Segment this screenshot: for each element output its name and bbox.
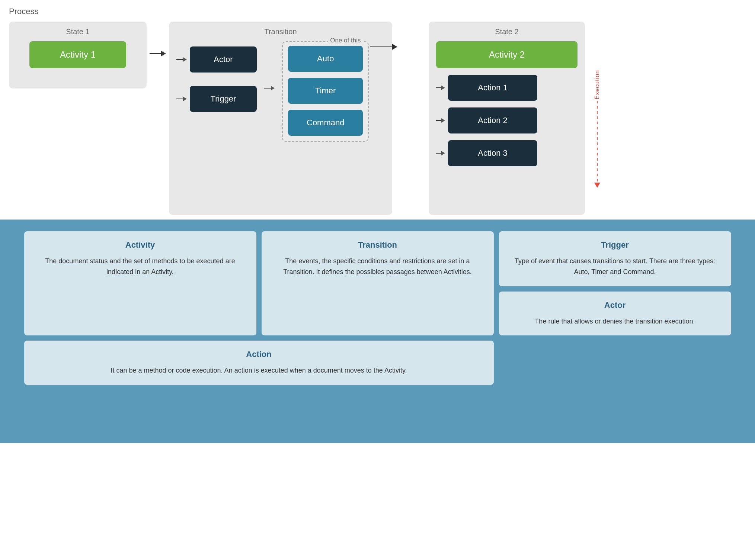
arrow-line-1 <box>150 53 161 54</box>
legend-transition-title: Transition <box>358 240 397 250</box>
legend-actor-card: Actor The rule that allows or denies the… <box>499 292 731 336</box>
one-of-this-container: One of this Auto Timer Command <box>282 41 369 142</box>
legend-transition-card: Transition The events, the specific cond… <box>262 231 494 335</box>
execution-arrowhead <box>594 183 600 188</box>
arrowhead-1 <box>161 51 166 57</box>
action2-arrowhead <box>441 118 445 123</box>
process-label: Process <box>9 7 746 16</box>
trigger-options: Auto Timer Command <box>288 46 363 136</box>
transition-label: Transition <box>176 28 385 36</box>
execution-arrow: Execution <box>594 70 601 188</box>
legend-activity-title: Activity <box>125 240 155 250</box>
action3-arrowhead <box>441 151 445 155</box>
actor-arrowhead <box>183 57 187 62</box>
legend-trigger-card: Trigger Type of event that causes transi… <box>499 231 731 286</box>
legend-transition-body: The events, the specific conditions and … <box>272 256 483 277</box>
trigger-line <box>176 99 183 99</box>
legend-right-col: Trigger Type of event that causes transi… <box>499 231 731 335</box>
state1-label: State 1 <box>66 28 89 36</box>
action1-arrowhead <box>441 86 445 90</box>
to-options-line <box>264 88 271 88</box>
execution-label: Execution <box>594 70 601 99</box>
action1-box: Action 1 <box>448 75 537 101</box>
execution-dotted-line <box>597 101 598 183</box>
state1-box: State 1 Activity 1 <box>9 22 147 88</box>
legend-trigger-title: Trigger <box>601 240 629 250</box>
to-options-arrowhead <box>271 86 275 90</box>
state2-box: State 2 Activity 2 Action 1 <box>429 22 585 215</box>
actor-box: Actor <box>190 46 257 73</box>
legend-actor-title: Actor <box>604 300 626 310</box>
arrowhead-2 <box>392 44 397 50</box>
action3-box: Action 3 <box>448 140 537 166</box>
trigger-arrowhead <box>183 97 187 101</box>
transition-box: Transition Actor <box>169 22 392 215</box>
bottom-section: Activity The document status and the set… <box>0 220 755 443</box>
action2-box: Action 2 <box>448 107 537 133</box>
arrow-line-2 <box>370 46 392 47</box>
legend-action-body: It can be a method or code execution. An… <box>111 365 407 376</box>
option-timer: Timer <box>288 78 363 104</box>
legend-actor-body: The rule that allows or denies the trans… <box>535 316 695 327</box>
top-section: Process State 1 Activity 1 Transition <box>0 0 755 220</box>
one-of-this-label: One of this <box>328 37 363 44</box>
option-auto: Auto <box>288 46 363 72</box>
action1-line <box>436 87 441 88</box>
legend-action-title: Action <box>246 350 271 359</box>
state2-label: State 2 <box>436 28 578 36</box>
activity2-box: Activity 2 <box>436 41 578 68</box>
option-command: Command <box>288 110 363 136</box>
legend-activity-body: The document status and the set of metho… <box>35 256 246 277</box>
trigger-box: Trigger <box>190 86 257 112</box>
actions-col: Action 1 Action 2 Action 3 <box>436 75 578 166</box>
legend-activity-card: Activity The document status and the set… <box>24 231 256 335</box>
activity1-box: Activity 1 <box>29 41 126 68</box>
action3-line <box>436 153 441 154</box>
legend-trigger-body: Type of event that causes transitions to… <box>509 256 721 277</box>
legend-action-card: Action It can be a method or code execut… <box>24 341 494 385</box>
actor-line <box>176 59 183 60</box>
action2-line <box>436 120 441 121</box>
